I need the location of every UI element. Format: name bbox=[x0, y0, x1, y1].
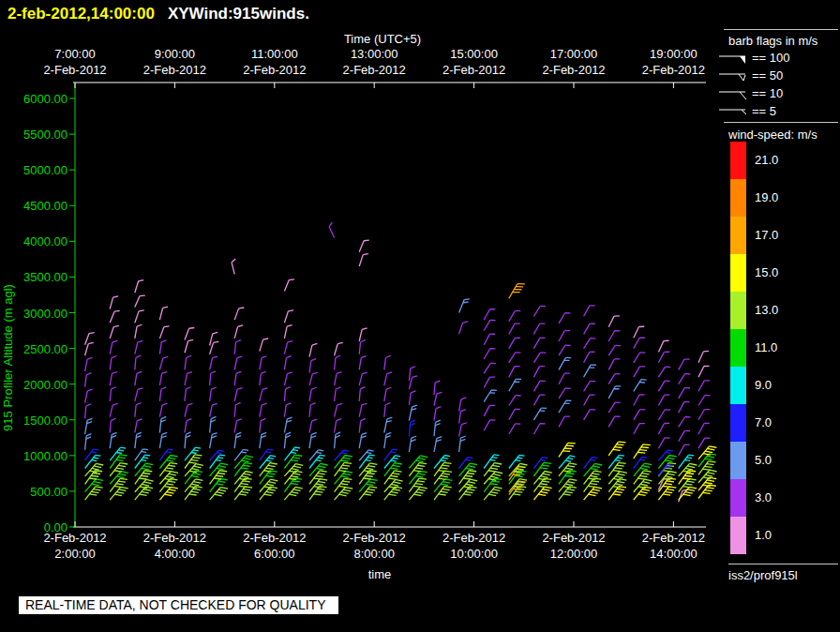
barb-stroke bbox=[540, 393, 546, 398]
barb-stroke bbox=[541, 406, 547, 411]
barb-stroke bbox=[312, 342, 317, 346]
barb-stroke bbox=[665, 421, 670, 426]
barb-stroke bbox=[185, 328, 189, 339]
barb-stroke bbox=[337, 371, 341, 375]
wind-barb bbox=[608, 328, 620, 343]
barb-stroke bbox=[231, 259, 236, 263]
wind-barb bbox=[658, 453, 676, 473]
wind-barb bbox=[159, 432, 167, 449]
app-window: 2-feb-2012,14:00:00XYWind:915winds. Time… bbox=[0, 0, 840, 632]
wind-barb bbox=[185, 418, 191, 433]
wind-barb bbox=[658, 407, 670, 422]
barb-stroke bbox=[698, 367, 704, 378]
barb-stroke bbox=[412, 404, 417, 408]
barb-stroke bbox=[287, 416, 292, 420]
barb-stroke bbox=[679, 374, 685, 384]
wind-barb bbox=[584, 379, 596, 394]
barb-stroke bbox=[459, 323, 463, 334]
wind-barb bbox=[484, 361, 496, 376]
barb-stroke bbox=[679, 402, 684, 413]
bottom-axis-date-label: 2-Feb-2012 bbox=[332, 531, 416, 545]
barb-stroke bbox=[665, 407, 670, 412]
barb-stroke bbox=[284, 280, 289, 292]
barb-stroke bbox=[284, 358, 286, 370]
y-axis-tick-label: 2500.00 bbox=[11, 342, 68, 356]
barb-stroke bbox=[634, 327, 639, 339]
wind-barb bbox=[185, 355, 191, 370]
wind-barb bbox=[634, 393, 645, 408]
wind-barb bbox=[234, 475, 252, 496]
wind-barb bbox=[135, 308, 144, 324]
wind-barb bbox=[484, 388, 497, 405]
barb-legend-title: barb flags in m/s bbox=[728, 34, 818, 48]
barb-stroke bbox=[705, 407, 711, 412]
barb-stroke bbox=[338, 402, 342, 406]
barb-stroke bbox=[234, 449, 243, 460]
barb-stroke bbox=[159, 405, 162, 417]
barb-stroke bbox=[459, 425, 462, 437]
barb-stroke bbox=[444, 453, 450, 458]
wind-barb bbox=[559, 460, 577, 480]
top-axis-time-label: 19:00:00 bbox=[631, 47, 715, 61]
wind-barb bbox=[533, 364, 545, 379]
barb-stroke bbox=[195, 445, 201, 450]
barb-stroke bbox=[110, 434, 112, 448]
barb-stroke bbox=[110, 373, 112, 385]
barb-stroke bbox=[459, 458, 468, 469]
y-axis-tick-label: 5500.00 bbox=[11, 128, 68, 142]
wind-barb bbox=[210, 386, 217, 401]
barb-stroke bbox=[359, 421, 361, 433]
wind-barb bbox=[110, 418, 115, 433]
top-axis-time-label: 9:00:00 bbox=[132, 47, 217, 61]
wind-barb bbox=[260, 432, 266, 449]
barb-stroke bbox=[459, 300, 465, 313]
barb-stroke bbox=[509, 409, 515, 419]
barb-stroke bbox=[139, 278, 144, 282]
wind-barb bbox=[658, 350, 669, 365]
wind-barb bbox=[679, 468, 697, 489]
colorbar-value: 19.0 bbox=[755, 190, 778, 204]
barb-stroke bbox=[284, 434, 286, 448]
barb-stroke bbox=[689, 453, 695, 458]
wind-barb bbox=[135, 355, 141, 370]
barb-stroke bbox=[294, 445, 300, 450]
wind-barb bbox=[234, 371, 241, 386]
barb-stroke bbox=[608, 331, 615, 341]
barb-stroke bbox=[86, 404, 91, 407]
barb-stroke bbox=[311, 432, 316, 435]
wind-barb bbox=[559, 476, 577, 496]
barb-stroke bbox=[85, 406, 86, 418]
wind-barb bbox=[284, 278, 294, 293]
wind-barb bbox=[658, 393, 669, 408]
barb-stroke bbox=[509, 324, 515, 334]
barb-stroke bbox=[135, 405, 136, 417]
wind-barb bbox=[434, 484, 452, 504]
wind-barb bbox=[509, 407, 520, 422]
wind-barb bbox=[260, 338, 268, 354]
wind-barb bbox=[584, 304, 595, 319]
wind-barb bbox=[234, 469, 252, 489]
wind-barb bbox=[533, 393, 545, 408]
top-axis-date-label: 2-Feb-2012 bbox=[432, 63, 517, 77]
wind-barb bbox=[559, 414, 570, 429]
wind-barb bbox=[634, 377, 647, 394]
wind-barb bbox=[658, 459, 676, 480]
barb-stroke bbox=[698, 381, 704, 391]
barb-stroke bbox=[698, 410, 705, 420]
wind-barb bbox=[85, 388, 93, 403]
wind-barb bbox=[634, 350, 646, 365]
wind-barb bbox=[533, 351, 546, 366]
barb-symbol bbox=[739, 74, 745, 81]
barb-stroke bbox=[85, 344, 89, 355]
wind-barb bbox=[159, 416, 166, 433]
wind-barb bbox=[409, 390, 415, 405]
wind-barb bbox=[679, 429, 690, 444]
barb-stroke bbox=[679, 416, 685, 427]
barb-stroke bbox=[436, 420, 441, 423]
wind-barb bbox=[359, 432, 367, 449]
barb-stroke bbox=[665, 379, 670, 384]
full-barb-icon bbox=[717, 89, 757, 102]
barb-stroke bbox=[540, 322, 546, 326]
wind-barb bbox=[159, 371, 167, 386]
colorbar-segment bbox=[730, 179, 746, 217]
